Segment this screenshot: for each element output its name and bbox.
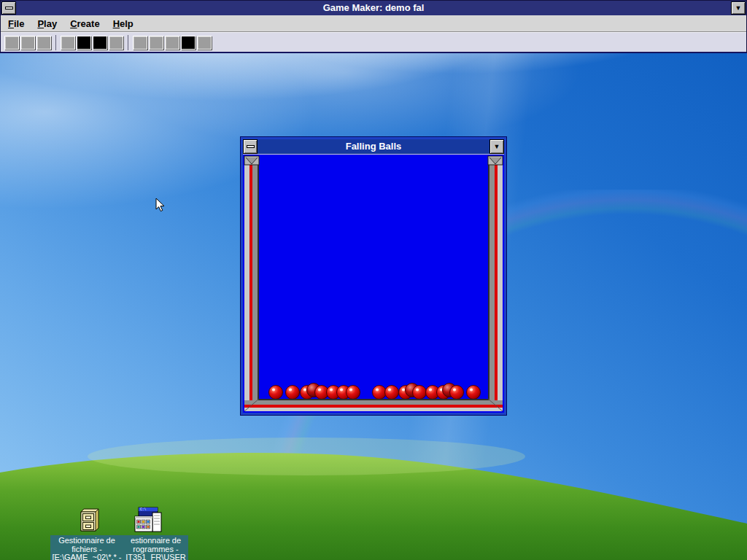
left-wall xyxy=(244,165,259,411)
ball-highlight xyxy=(318,388,321,391)
file-manager-icon[interactable] xyxy=(77,508,101,537)
ball-highlight xyxy=(349,388,352,391)
red-ball xyxy=(269,386,283,400)
menu-item-file[interactable]: File xyxy=(8,18,24,29)
red-ball xyxy=(385,386,399,400)
ball-highlight xyxy=(470,388,473,391)
app-title: Game Maker: demo fal xyxy=(17,1,730,15)
toolbar-button[interactable] xyxy=(149,36,163,50)
right-wall xyxy=(488,165,503,411)
game-window: Falling Balls ▼ xyxy=(241,137,506,415)
toolbar-button[interactable] xyxy=(4,36,19,50)
ball-highlight xyxy=(376,388,379,391)
toolbar-separator xyxy=(125,35,131,50)
play-field xyxy=(243,155,504,413)
toolbar-button[interactable] xyxy=(165,36,179,50)
right-wall-cap xyxy=(488,156,503,165)
floor xyxy=(244,399,503,411)
app-titlebar[interactable]: Game Maker: demo fal ▼ xyxy=(1,1,746,15)
ball-highlight xyxy=(303,388,306,391)
toolbar-button[interactable] xyxy=(77,36,91,50)
file-cabinet-glyph xyxy=(77,508,101,534)
program-manager-icon[interactable]: C:\ xyxy=(133,507,163,537)
red-ball xyxy=(373,386,387,400)
toolbar-buttons xyxy=(4,35,212,50)
ball-highlight xyxy=(289,388,292,391)
red-ball xyxy=(413,386,427,400)
svg-text:C:\: C:\ xyxy=(140,508,146,511)
toolbar xyxy=(1,32,746,52)
game-titlebar[interactable]: Falling Balls ▼ xyxy=(243,139,504,155)
menu-item-help[interactable]: Help xyxy=(113,18,133,29)
minimize-dash-icon xyxy=(5,7,13,9)
ball-highlight xyxy=(416,388,419,391)
ball-highlight xyxy=(402,388,405,391)
ball-highlight xyxy=(330,388,333,391)
minimize-dash-icon xyxy=(247,145,255,148)
red-ball xyxy=(286,386,300,400)
game-restore-button[interactable]: ▼ xyxy=(489,139,504,154)
red-ball xyxy=(467,386,481,400)
down-arrow-icon: ▼ xyxy=(735,5,742,12)
left-wall-cap xyxy=(244,156,259,165)
toolbar-separator xyxy=(53,35,59,50)
game-title: Falling Balls xyxy=(258,139,489,154)
toolbar-button[interactable] xyxy=(36,36,51,50)
menu-item-play[interactable]: Play xyxy=(37,18,57,29)
toolbar-button[interactable] xyxy=(133,36,147,50)
menu-bar: FilePlayCreateHelp xyxy=(1,15,746,32)
app-window: Game Maker: demo fal ▼ FilePlayCreateHel… xyxy=(0,0,747,53)
toolbar-button[interactable] xyxy=(197,36,212,50)
red-ball xyxy=(450,386,464,400)
toolbar-button[interactable] xyxy=(181,36,196,50)
app-restore-button[interactable]: ▼ xyxy=(731,1,746,15)
toolbar-button[interactable] xyxy=(109,36,123,50)
toolbar-button[interactable] xyxy=(93,36,107,50)
toolbar-button[interactable] xyxy=(61,36,75,50)
toolbar-button[interactable] xyxy=(20,36,35,50)
system-menu-button[interactable] xyxy=(1,1,16,15)
game-field[interactable] xyxy=(243,155,504,413)
game-system-menu-button[interactable] xyxy=(243,139,258,154)
ball-highlight xyxy=(429,388,432,391)
ball-highlight xyxy=(453,388,456,391)
ball-highlight xyxy=(388,388,391,391)
down-arrow-icon: ▼ xyxy=(494,144,500,150)
program-manager-glyph: C:\ xyxy=(133,507,163,534)
ball-highlight xyxy=(272,388,275,391)
red-ball xyxy=(347,386,360,400)
ball-highlight xyxy=(340,388,343,391)
menu-item-create[interactable]: Create xyxy=(70,18,99,29)
program-manager-label[interactable]: estionnaire de rogrammes - IT351_FR\USER xyxy=(123,535,188,560)
file-manager-label[interactable]: Gestionnaire de fichiers - [E:\GAME_~02\… xyxy=(50,535,123,560)
